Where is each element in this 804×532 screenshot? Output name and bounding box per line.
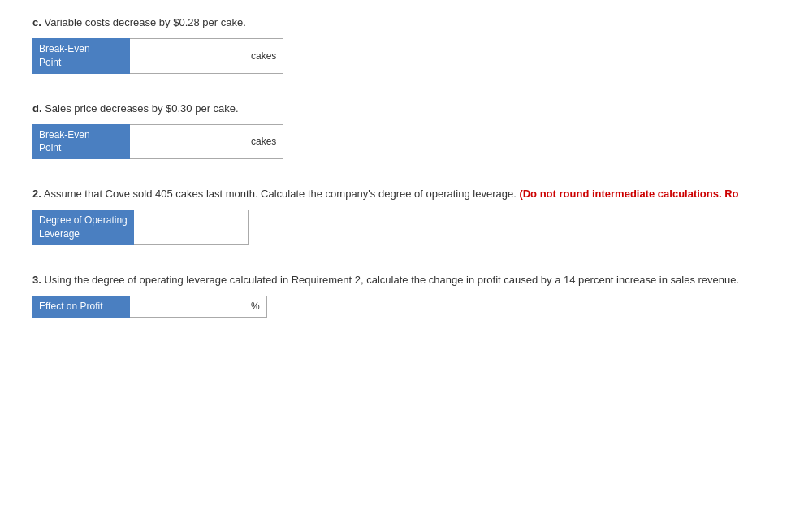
section-q2: 2. Assume that Cove sold 405 cakes last … — [32, 188, 772, 245]
section-c-input-row: Break-Even Point cakes — [32, 38, 772, 74]
section-c: c. Variable costs decrease by $0.28 per … — [32, 16, 772, 74]
section-q3-input-box[interactable] — [130, 296, 244, 318]
section-d-label-line1: Break-Even — [39, 129, 90, 141]
section-q3-unit: % — [244, 296, 267, 318]
section-q2-title: 2. Assume that Cove sold 405 cakes last … — [32, 188, 772, 200]
section-q2-input[interactable] — [134, 218, 248, 236]
section-d-title: d. Sales price decreases by $0.30 per ca… — [32, 102, 772, 115]
section-c-input[interactable] — [130, 47, 244, 65]
section-q2-input-box[interactable] — [134, 210, 249, 245]
section-d-unit: cakes — [244, 124, 283, 160]
section-q3-number: 3. — [32, 274, 41, 286]
section-q3-input-row: Effect on Profit % — [32, 296, 772, 318]
section-d-description: Sales price decreases by $0.30 per cake. — [45, 102, 238, 115]
section-c-letter: c. — [32, 16, 41, 28]
section-d-letter: d. — [32, 102, 42, 115]
section-c-label: Break-Even Point — [32, 38, 130, 74]
section-c-title: c. Variable costs decrease by $0.28 per … — [32, 16, 772, 28]
section-c-input-box[interactable] — [130, 38, 244, 74]
section-q2-label-line1: Degree of Operating — [39, 214, 128, 226]
section-q3-title: 3. Using the degree of operating leverag… — [32, 274, 772, 286]
section-q2-input-row: Degree of Operating Leverage — [32, 210, 772, 245]
section-q2-number: 2. — [32, 188, 41, 200]
section-d: d. Sales price decreases by $0.30 per ca… — [32, 102, 772, 160]
section-c-label-line1: Break-Even — [39, 43, 90, 54]
section-q3: 3. Using the degree of operating leverag… — [32, 274, 772, 318]
section-q3-input[interactable] — [130, 297, 244, 315]
section-q2-label-line2: Leverage — [39, 228, 80, 240]
section-q2-description-plain: Assume that Cove sold 405 cakes last mon… — [44, 188, 520, 200]
section-c-label-line2: Point — [39, 57, 61, 68]
section-q3-label-text: Effect on Profit — [39, 300, 103, 314]
section-d-input-box[interactable] — [130, 124, 244, 160]
section-d-input[interactable] — [130, 132, 244, 150]
section-c-unit: cakes — [244, 38, 283, 74]
section-q2-warning: (Do not round intermediate calculations.… — [519, 188, 738, 200]
section-q2-label: Degree of Operating Leverage — [32, 210, 134, 245]
section-d-label-line2: Point — [39, 142, 61, 154]
section-d-input-row: Break-Even Point cakes — [32, 124, 772, 160]
section-c-description: Variable costs decrease by $0.28 per cak… — [44, 16, 245, 28]
section-d-label: Break-Even Point — [32, 124, 130, 160]
section-q3-label: Effect on Profit — [32, 296, 130, 318]
section-q3-description: Using the degree of operating leverage c… — [44, 274, 739, 286]
